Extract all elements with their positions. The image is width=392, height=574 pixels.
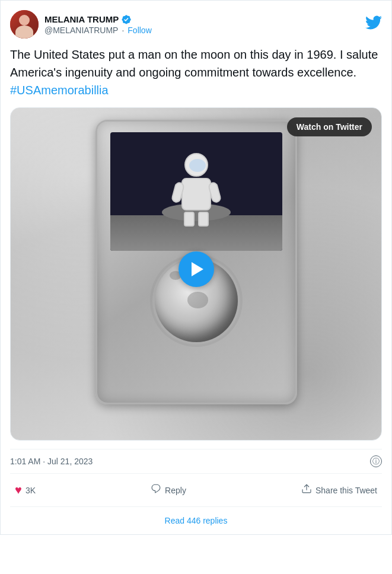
- heart-icon: ♥: [15, 483, 22, 497]
- reply-icon: [151, 483, 161, 497]
- reply-action[interactable]: Reply: [146, 481, 191, 499]
- moon-coin-container: [11, 108, 381, 440]
- astronaut-leg-left: [184, 212, 195, 227]
- timestamp-text: 1:01 AM · Jul 21, 2023: [10, 457, 93, 466]
- watch-on-twitter-button[interactable]: Watch on Twitter: [287, 117, 372, 136]
- coin-frame: [95, 120, 297, 404]
- tweet-author: MELANIA TRUMP @MELANIATRUMP · Follow: [10, 10, 152, 39]
- author-info: MELANIA TRUMP @MELANIATRUMP · Follow: [44, 14, 152, 35]
- astronaut-figure: [176, 153, 217, 218]
- share-label: Share this Tweet: [315, 486, 377, 495]
- author-handle-row: @MELANIATRUMP · Follow: [44, 25, 152, 35]
- astronaut-arm-right: [207, 181, 222, 204]
- like-action[interactable]: ♥ 3K: [10, 481, 40, 499]
- author-name: MELANIA TRUMP: [44, 14, 119, 24]
- play-triangle-icon: [192, 262, 203, 276]
- separator-dot: ·: [122, 25, 124, 35]
- tweet-hashtag[interactable]: #USAmemorabillia: [10, 84, 109, 97]
- astronaut-legs: [176, 212, 217, 227]
- follow-link[interactable]: Follow: [128, 25, 151, 35]
- astronaut-leg-right: [198, 212, 209, 227]
- tweet-actions: ♥ 3K Reply Share this Tweet: [10, 473, 382, 506]
- info-icon[interactable]: ⓘ: [370, 455, 382, 467]
- like-count: 3K: [26, 486, 36, 495]
- verified-icon: [121, 14, 132, 25]
- astronaut-helmet: [184, 153, 208, 177]
- author-handle: @MELANIATRUMP: [44, 25, 118, 35]
- tweet-text: The United States put a man on the moon …: [10, 46, 382, 99]
- share-icon: [301, 483, 312, 497]
- avatar[interactable]: [10, 10, 39, 39]
- read-replies: Read 446 replies: [10, 506, 382, 534]
- twitter-logo-icon: [365, 14, 382, 34]
- tweet-timestamp: 1:01 AM · Jul 21, 2023 ⓘ: [10, 449, 382, 473]
- tweet-media: Watch on Twitter: [10, 107, 382, 441]
- tweet-text-main: The United States put a man on the moon …: [10, 48, 378, 79]
- share-action[interactable]: Share this Tweet: [297, 481, 382, 499]
- play-button[interactable]: [179, 251, 214, 287]
- tweet-card: MELANIA TRUMP @MELANIATRUMP · Follow: [0, 0, 392, 535]
- astronaut-body: [181, 178, 211, 211]
- author-name-row: MELANIA TRUMP: [44, 14, 152, 25]
- astronaut-arm-left: [170, 181, 185, 204]
- read-replies-link[interactable]: Read 446 replies: [165, 516, 228, 525]
- reply-label: Reply: [165, 486, 186, 495]
- astronaut-video-area: [110, 132, 282, 251]
- tweet-header: MELANIA TRUMP @MELANIATRUMP · Follow: [10, 10, 382, 39]
